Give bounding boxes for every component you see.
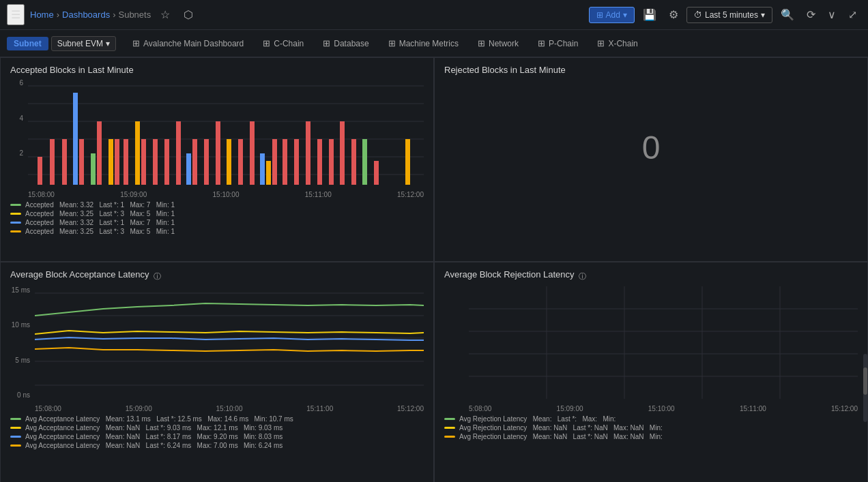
avg-rejection-title: Average Block Rejection Latency — [444, 269, 575, 280]
tabbar: Subnet Subnet EVM ▾ ⊞ Avalanche Main Das… — [0, 30, 868, 57]
svg-rect-12 — [97, 121, 102, 185]
breadcrumb: Home › Dashboards › Subnets — [30, 10, 151, 20]
star-button[interactable]: ☆ — [156, 5, 174, 24]
rej-legend-2: Avg Rejection Latency Mean: NaN Last *: … — [444, 433, 858, 440]
add-button[interactable]: ⊞ Add ▾ — [589, 7, 635, 23]
x-acc-1512: 15:12:00 — [397, 405, 424, 412]
acc-legend-label-2: Avg Acceptance Latency Mean: NaN Last *:… — [25, 433, 283, 440]
tab-p-chain-label: P-Chain — [549, 39, 578, 48]
refresh-button[interactable]: ⟳ — [802, 5, 820, 24]
svg-rect-32 — [294, 139, 299, 185]
svg-rect-23 — [204, 139, 209, 185]
avg-acceptance-title: Average Block Acceptance Latency — [10, 269, 149, 280]
svg-rect-37 — [351, 139, 356, 185]
add-chevron-icon: ▾ — [623, 10, 627, 20]
acceptance-info-icon[interactable]: ⓘ — [154, 271, 161, 282]
tab-network-icon: ⊞ — [478, 38, 485, 48]
rejection-info-icon[interactable]: ⓘ — [579, 271, 586, 282]
svg-rect-29 — [266, 161, 271, 185]
y-label-10ms: 10 ms — [12, 321, 30, 329]
tab-database-label: Database — [334, 39, 368, 48]
legend-item-0: Accepted Mean: 3.32 Last *: 1 Max: 7 Min… — [10, 201, 424, 209]
rej-legend-label-2: Avg Rejection Latency Mean: NaN Last *: … — [459, 433, 663, 440]
subnet-evm-dropdown[interactable]: Subnet EVM ▾ — [51, 36, 116, 51]
x-acc-1510: 15:10:00 — [216, 405, 243, 412]
acc-legend-0: Avg Acceptance Latency Mean: 13.1 ms Las… — [10, 415, 424, 423]
acc-legend-color-3 — [10, 445, 21, 447]
svg-rect-8 — [62, 139, 67, 185]
tab-x-chain-icon: ⊞ — [597, 38, 605, 48]
breadcrumb-dashboards[interactable]: Dashboards — [62, 10, 110, 20]
y-label-2: 2 — [19, 149, 23, 157]
tab-p-chain[interactable]: ⊞ P-Chain — [530, 35, 586, 51]
rej-legend-color-2 — [444, 436, 455, 438]
save-button[interactable]: 💾 — [639, 5, 661, 24]
tab-database-icon: ⊞ — [323, 38, 330, 48]
svg-rect-33 — [306, 121, 310, 185]
share-button[interactable]: ⬡ — [179, 5, 197, 24]
y-label-6: 6 — [19, 79, 23, 87]
rejection-latency-legend: Avg Rejection Latency Mean: Last *: Max:… — [444, 415, 858, 440]
breadcrumb-home[interactable]: Home — [30, 10, 54, 20]
acceptance-latency-chart — [35, 286, 424, 399]
x-acc-1511: 15:11:00 — [306, 405, 333, 412]
rej-legend-1: Avg Rejection Latency Mean: NaN Last *: … — [444, 424, 858, 432]
svg-rect-21 — [186, 153, 191, 185]
tab-c-chain-icon: ⊞ — [263, 38, 270, 48]
tab-database[interactable]: ⊞ Database — [315, 35, 377, 51]
svg-rect-17 — [141, 139, 146, 185]
time-range-button[interactable]: ⏱ Last 5 minutes ▾ — [686, 7, 772, 23]
svg-rect-25 — [227, 139, 231, 185]
x-axis-acceptance: 15:08:00 15:09:00 15:10:00 15:11:00 15:1… — [35, 405, 424, 412]
tab-x-chain[interactable]: ⊞ X-Chain — [589, 35, 646, 51]
more-button[interactable]: ∨ — [824, 5, 840, 24]
acc-legend-label-1: Avg Acceptance Latency Mean: NaN Last *:… — [25, 424, 283, 432]
breadcrumb-sep1: › — [57, 10, 59, 20]
tab-machine-metrics-label: Machine Metrics — [399, 39, 459, 48]
svg-rect-10 — [79, 139, 84, 185]
rej-legend-color-1 — [444, 427, 455, 429]
main-grid: Accepted Blocks in Last Minute 6 4 2 — [0, 57, 868, 482]
tab-machine-metrics[interactable]: ⊞ Machine Metrics — [380, 35, 467, 51]
tab-avalanche-main-icon: ⊞ — [132, 38, 140, 48]
tab-avalanche-main[interactable]: ⊞ Avalanche Main Dashboard — [124, 35, 252, 51]
rejected-blocks-panel: Rejected Blocks in Last Minute 0 — [434, 57, 868, 262]
avg-acceptance-latency-panel: Average Block Acceptance Latency ⓘ 15 ms… — [0, 262, 434, 482]
expand-button[interactable]: ⤢ — [844, 5, 861, 24]
y-label-0ns: 0 ns — [17, 391, 30, 399]
tab-network[interactable]: ⊞ Network — [469, 35, 527, 51]
settings-button[interactable]: ⚙ — [665, 5, 682, 24]
acc-legend-3: Avg Acceptance Latency Mean: NaN Last *:… — [10, 442, 424, 449]
legend-color-1 — [10, 213, 21, 215]
legend-item-2: Accepted Mean: 3.32 Last *: 1 Max: 7 Min… — [10, 219, 424, 226]
menu-button[interactable]: ☰ — [7, 4, 25, 25]
legend-color-3 — [10, 230, 21, 232]
legend-label-2: Accepted Mean: 3.32 Last *: 1 Max: 7 Min… — [25, 219, 175, 226]
acc-legend-color-2 — [10, 436, 21, 438]
accepted-blocks-panel: Accepted Blocks in Last Minute 6 4 2 — [0, 57, 434, 262]
x-rej-1512: 15:12:00 — [831, 405, 858, 412]
acceptance-latency-legend: Avg Acceptance Latency Mean: 13.1 ms Las… — [10, 415, 424, 449]
rejected-blocks-value: 0 — [444, 79, 858, 215]
svg-rect-36 — [340, 121, 345, 185]
svg-rect-35 — [329, 139, 334, 185]
svg-rect-20 — [176, 121, 181, 185]
rej-legend-color-0 — [444, 418, 455, 420]
x-axis-rejection: 5:08:00 15:09:00 15:10:00 15:11:00 15:12… — [469, 405, 858, 412]
acc-legend-color-0 — [10, 418, 21, 420]
tab-c-chain[interactable]: ⊞ C-Chain — [255, 35, 312, 51]
tab-network-label: Network — [489, 39, 519, 48]
x-axis-accepted: 15:08:00 15:09:00 15:10:00 15:11:00 15:1… — [28, 191, 424, 198]
scrollbar[interactable] — [863, 354, 867, 422]
svg-rect-16 — [135, 121, 140, 185]
svg-rect-34 — [317, 139, 322, 185]
add-icon: ⊞ — [596, 10, 603, 20]
svg-rect-40 — [405, 139, 410, 185]
breadcrumb-sep2: › — [113, 10, 115, 20]
zoom-button[interactable]: 🔍 — [777, 5, 798, 24]
scrollbar-thumb — [863, 367, 867, 395]
acc-legend-1: Avg Acceptance Latency Mean: NaN Last *:… — [10, 424, 424, 432]
subnet-chevron-icon: ▾ — [106, 39, 110, 48]
avg-rejection-title-row: Average Block Rejection Latency ⓘ — [444, 269, 858, 284]
subnet-evm-label: Subnet EVM — [57, 39, 103, 48]
